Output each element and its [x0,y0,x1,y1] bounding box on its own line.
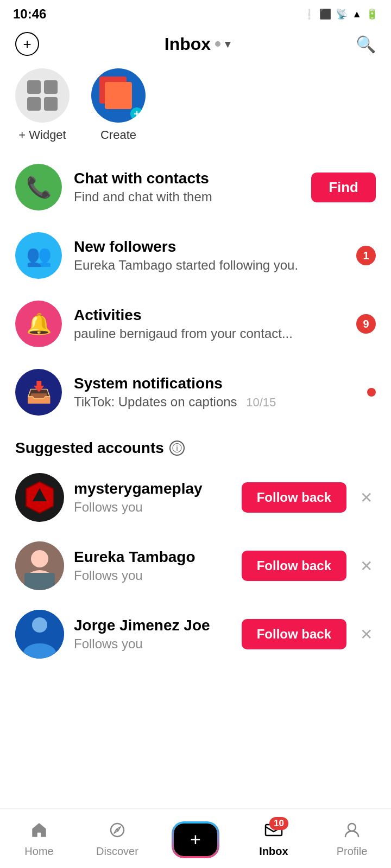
title-text: Inbox [165,34,211,54]
nav-item-home[interactable]: Home [0,821,78,858]
nav-item-create[interactable]: + [156,824,235,856]
notif-chat-sub: Find and chat with them [74,189,311,205]
svg-point-13 [348,824,356,831]
jorge-avatar-img [15,610,64,659]
create-action[interactable]: + Create [91,68,146,142]
notif-item-followers[interactable]: 👥 New followers Eureka Tambago started f… [0,221,391,290]
inbox-nav-icon: 10 [264,821,283,843]
search-button[interactable]: 🔍 [356,35,376,54]
jorge-username: Jorge Jimenez Joe [74,617,232,634]
inbox-icon: 📥 [26,380,52,404]
suggested-title: Suggested accounts [15,439,164,457]
suggested-item-mystery[interactable]: mysterygameplay Follows you Follow back … [0,463,391,532]
follow-back-mystery-button[interactable]: Follow back [242,482,346,513]
notif-activities-text: Activities pauline bernigaud from your c… [74,307,356,341]
notif-item-chat[interactable]: 📞 Chat with contacts Find and chat with … [0,153,391,221]
notif-activities-title: Activities [74,307,356,324]
nav-item-profile[interactable]: Profile [313,821,391,858]
dismiss-eureka-button[interactable]: ✕ [356,556,376,576]
notif-followers-sub: Eureka Tambago started following you. [74,258,356,273]
home-icon [30,821,48,843]
create-plus-badge: + [129,106,144,122]
bell-icon: 🔔 [26,312,52,336]
top-nav: + Inbox ▾ 🔍 [0,26,391,64]
notif-activities-sub: pauline bernigaud from your contact... [74,326,356,341]
notif-followers-title: New followers [74,238,356,256]
mystery-info: mysterygameplay Follows you [74,480,232,515]
home-label: Home [24,845,53,858]
chat-icon-wrap: 📞 [15,164,62,210]
title-dot-icon [215,41,220,47]
notif-system-date: 10/15 [246,395,276,409]
follow-back-jorge-button[interactable]: Follow back [242,619,346,649]
jorge-info: Jorge Jimenez Joe Follows you [74,617,232,652]
create-button[interactable]: + [174,824,217,856]
create-icon: + [91,68,146,123]
inbox-badge: 10 [269,817,288,830]
nav-item-inbox[interactable]: 10 Inbox [235,821,313,858]
suggested-section-header: Suggested accounts ⓘ [0,426,391,463]
notif-followers-text: New followers Eureka Tambago started fol… [74,238,356,273]
plus-icon: + [23,36,31,53]
eureka-username: Eureka Tambago [74,548,232,566]
notif-item-system[interactable]: 📥 System notifications TikTok: Updates o… [0,358,391,426]
notification-list: 📞 Chat with contacts Find and chat with … [0,153,391,426]
suggested-item-jorge[interactable]: Jorge Jimenez Joe Follows you Follow bac… [0,600,391,668]
follow-back-eureka-button[interactable]: Follow back [242,551,346,581]
notif-item-activities[interactable]: 🔔 Activities pauline bernigaud from your… [0,290,391,358]
wifi-icon: ▲ [352,9,362,20]
dismiss-mystery-button[interactable]: ✕ [356,488,376,507]
system-icon-wrap: 📥 [15,369,62,416]
dismiss-jorge-button[interactable]: ✕ [356,624,376,644]
add-button[interactable]: + [15,32,39,56]
system-unread-dot [367,388,376,397]
widget-action[interactable]: + Widget [15,68,70,142]
info-icon[interactable]: ⓘ [169,441,185,456]
chevron-down-icon: ▾ [225,37,230,50]
inbox-label: Inbox [259,845,288,858]
mystery-symbol-icon [25,481,54,514]
create-label: Create [100,128,136,142]
notif-chat-text: Chat with contacts Find and chat with th… [74,170,311,205]
svg-rect-6 [24,573,55,590]
discover-label: Discover [96,845,138,858]
svg-point-9 [32,617,47,633]
jorge-sub: Follows you [74,636,232,652]
find-button[interactable]: Find [311,173,376,202]
profile-icon [343,821,361,843]
status-bar: 10:46 ❕ ⬛ 📡 ▲ 🔋 [0,0,391,26]
activities-icon-wrap: 🔔 [15,301,62,347]
quick-actions: + Widget + Create [0,64,391,153]
widget-label: + Widget [18,128,66,142]
jorge-avatar [15,610,64,659]
nav-item-discover[interactable]: Discover [78,821,156,858]
create-plus-icon: + [190,829,201,850]
mystery-avatar [15,473,64,522]
battery-icon: 🔋 [366,8,378,20]
followers-icon-wrap: 👥 [15,232,62,279]
notif-chat-title: Chat with contacts [74,170,311,187]
close-icon: ✕ [360,626,373,643]
square-icon: ⬛ [319,8,331,20]
profile-label: Profile [337,845,368,858]
mystery-username: mysterygameplay [74,480,232,497]
eureka-info: Eureka Tambago Follows you [74,548,232,583]
bottom-nav: Home Discover + 10 Inbox [0,808,391,868]
close-icon: ✕ [360,557,373,575]
grid-icon [27,80,58,111]
eureka-avatar [15,541,64,590]
discover-icon [109,821,126,843]
followers-badge: 1 [356,246,376,265]
notif-system-title: System notifications [74,375,367,392]
suggested-item-eureka[interactable]: Eureka Tambago Follows you Follow back ✕ [0,532,391,600]
status-time: 10:46 [13,7,46,22]
search-icon: 🔍 [356,35,376,53]
eureka-avatar-img [15,541,64,590]
phone-icon: 📞 [26,175,52,199]
cast-icon: 📡 [336,8,348,20]
close-icon: ✕ [360,489,373,507]
people-icon: 👥 [26,244,52,267]
status-icons: ❕ ⬛ 📡 ▲ 🔋 [303,8,378,20]
notif-system-text: System notifications TikTok: Updates on … [74,375,367,410]
alert-icon: ❕ [303,8,315,20]
